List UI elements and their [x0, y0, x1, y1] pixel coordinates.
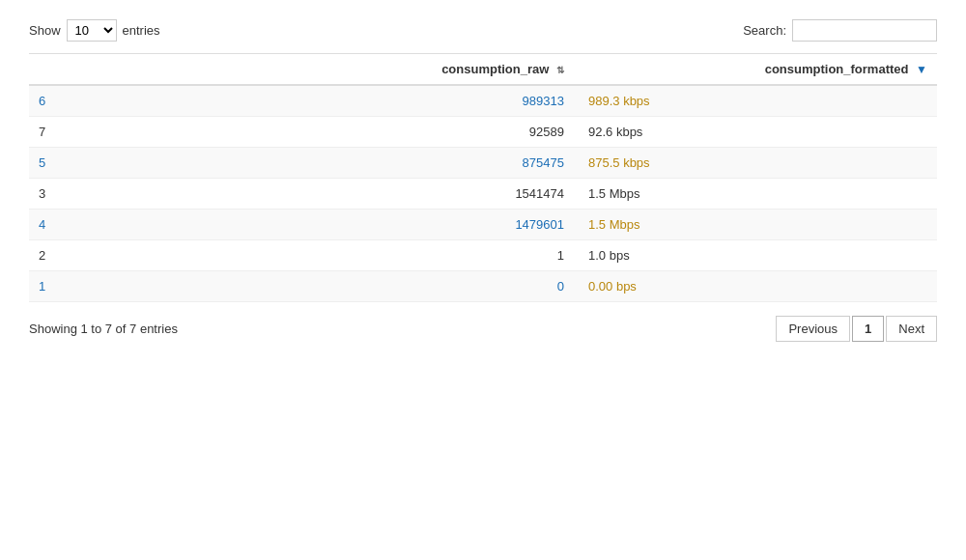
cell-formatted: 875.5 kbps — [574, 148, 937, 179]
cell-raw: 1 — [211, 240, 574, 271]
search-input[interactable] — [792, 19, 937, 42]
cell-formatted: 1.5 Mbps — [574, 210, 937, 240]
cell-raw: 1479601 — [211, 210, 574, 240]
page-1-button[interactable]: 1 — [852, 316, 884, 342]
cell-raw: 92589 — [211, 117, 574, 148]
entries-label: entries — [123, 23, 160, 38]
table-row: 100.00 bps — [29, 271, 937, 302]
col-header-formatted[interactable]: consumption_formatted ▼ — [574, 54, 937, 86]
search-box: Search: — [743, 19, 937, 42]
show-label: Show — [29, 23, 61, 38]
cell-formatted: 1.5 Mbps — [574, 179, 937, 210]
cell-index: 6 — [29, 85, 211, 117]
entries-select[interactable]: 102550100 — [67, 19, 117, 42]
cell-index: 5 — [29, 148, 211, 179]
bottom-controls: Showing 1 to 7 of 7 entries Previous 1 N… — [29, 316, 937, 342]
cell-index: 1 — [29, 271, 211, 302]
cell-index: 2 — [29, 240, 211, 271]
cell-index: 3 — [29, 179, 211, 210]
col-formatted-label: consumption_formatted — [765, 62, 909, 76]
sort-updown-icon: ⇅ — [556, 65, 564, 75]
table-row: 5875475875.5 kbps — [29, 148, 937, 179]
previous-button[interactable]: Previous — [776, 316, 850, 342]
table-header: consumption_raw ⇅ consumption_formatted … — [29, 54, 937, 86]
cell-index: 4 — [29, 210, 211, 240]
table-body: 6989313989.3 kbps79258992.6 kbps58754758… — [29, 85, 937, 302]
table-row: 414796011.5 Mbps — [29, 210, 937, 240]
next-button[interactable]: Next — [886, 316, 937, 342]
search-label: Search: — [743, 23, 786, 38]
header-row: consumption_raw ⇅ consumption_formatted … — [29, 54, 937, 86]
cell-formatted: 989.3 kbps — [574, 85, 937, 117]
col-header-index — [29, 54, 211, 86]
table-row: 6989313989.3 kbps — [29, 85, 937, 117]
showing-text: Showing 1 to 7 of 7 entries — [29, 322, 178, 336]
cell-raw: 989313 — [211, 85, 574, 117]
cell-formatted: 1.0 bps — [574, 240, 937, 271]
table-row: 211.0 bps — [29, 240, 937, 271]
cell-raw: 0 — [211, 271, 574, 302]
table-row: 315414741.5 Mbps — [29, 179, 937, 210]
show-entries-control: Show 102550100 entries — [29, 19, 160, 42]
col-header-raw[interactable]: consumption_raw ⇅ — [211, 54, 574, 86]
cell-formatted: 0.00 bps — [574, 271, 937, 302]
cell-formatted: 92.6 kbps — [574, 117, 937, 148]
pagination: Previous 1 Next — [776, 316, 937, 342]
cell-index: 7 — [29, 117, 211, 148]
data-table: consumption_raw ⇅ consumption_formatted … — [29, 53, 937, 302]
top-controls: Show 102550100 entries Search: — [29, 19, 937, 42]
sort-down-icon: ▼ — [916, 63, 927, 76]
cell-raw: 875475 — [211, 148, 574, 179]
col-raw-label: consumption_raw — [441, 62, 549, 76]
table-row: 79258992.6 kbps — [29, 117, 937, 148]
cell-raw: 1541474 — [211, 179, 574, 210]
